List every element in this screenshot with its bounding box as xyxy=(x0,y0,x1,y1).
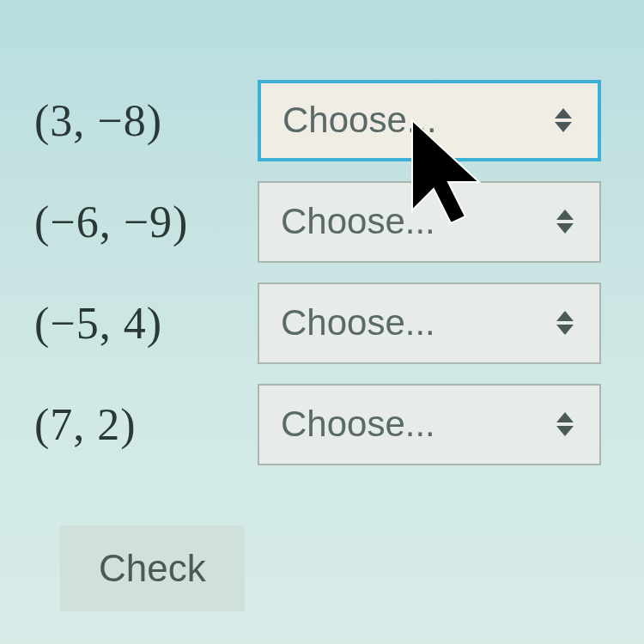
dropdown-text: Choose... xyxy=(281,404,435,445)
row-1: (3, −8) Choose... xyxy=(34,77,618,163)
dropdown-4[interactable]: Choose... xyxy=(258,384,601,465)
matching-form: (3, −8) Choose... (−6, −9) Choose... (−5… xyxy=(0,0,644,637)
row-4: (7, 2) Choose... xyxy=(34,381,618,467)
row-3: (−5, 4) Choose... xyxy=(34,280,618,366)
coordinate-label: (3, −8) xyxy=(34,95,258,146)
row-2: (−6, −9) Choose... xyxy=(34,179,618,264)
dropdown-text: Choose... xyxy=(281,201,435,242)
updown-icon xyxy=(556,311,574,335)
coordinate-label: (−6, −9) xyxy=(34,197,258,247)
dropdown-3[interactable]: Choose... xyxy=(258,283,601,364)
dropdown-text: Choose... xyxy=(281,302,435,343)
check-button[interactable]: Check xyxy=(60,526,245,611)
updown-icon xyxy=(556,210,574,234)
dropdown-1[interactable]: Choose... xyxy=(258,80,601,161)
coordinate-label: (7, 2) xyxy=(34,399,258,450)
updown-icon xyxy=(555,108,572,132)
dropdown-text: Choose... xyxy=(283,100,437,141)
updown-icon xyxy=(556,412,574,436)
coordinate-label: (−5, 4) xyxy=(34,298,258,349)
dropdown-2[interactable]: Choose... xyxy=(258,181,601,263)
